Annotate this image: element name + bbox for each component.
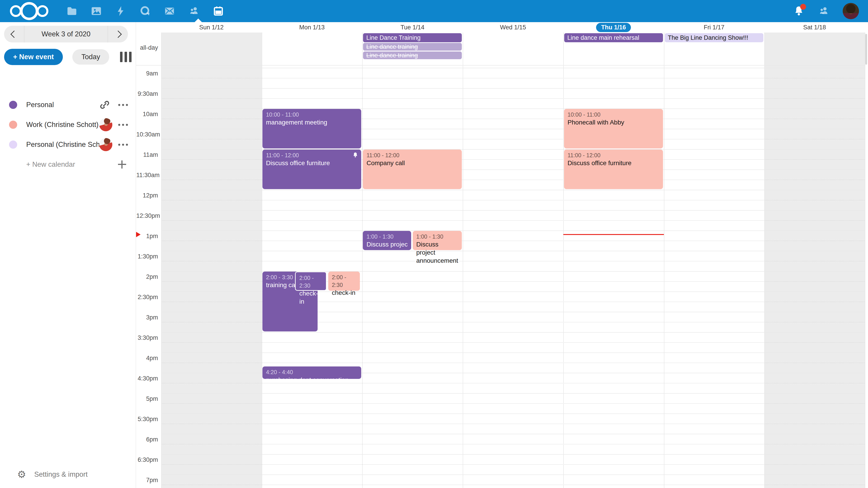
activity-icon[interactable] — [108, 0, 133, 22]
day-header[interactable]: Wed 1/15 — [463, 22, 563, 33]
allday-event[interactable]: Line dance training — [363, 52, 462, 59]
calendar-menu-icon[interactable] — [118, 124, 128, 126]
event-time: 11:00 - 12:00 — [366, 151, 458, 159]
day-header[interactable]: Tue 1/14 — [362, 22, 463, 33]
photos-icon[interactable] — [84, 0, 108, 22]
event-time: 2:00 - 2:30 — [299, 274, 322, 289]
event-title: check-in — [299, 289, 322, 306]
allday-event[interactable]: The Big Line Dancing Show!!! — [665, 33, 764, 42]
contacts-menu-icon[interactable] — [818, 5, 830, 17]
allday-event-title: Line dance training — [366, 43, 418, 51]
time-axis-label: 2:30pm — [136, 294, 158, 301]
calendar-event[interactable]: 11:00 - 12:00 Discuss office furniture — [262, 150, 362, 189]
day-header[interactable]: Mon 1/13 — [262, 22, 362, 33]
new-calendar-button[interactable]: + New calendar — [0, 155, 135, 174]
event-title: Discuss office furniture — [266, 159, 358, 167]
settings-import-button[interactable]: ⚙ Settings & import — [0, 465, 135, 484]
share-link-icon[interactable] — [99, 99, 111, 111]
shared-by-avatar — [99, 118, 112, 131]
scrollbar-thumb — [865, 34, 867, 65]
calendar-event[interactable]: 1:00 - 1:30 Discuss project announcement — [413, 231, 462, 250]
calendar-event[interactable]: 11:00 - 12:00 Discuss office furniture — [564, 150, 663, 189]
weekend-shade — [161, 33, 262, 488]
event-time: 10:00 - 11:00 — [266, 111, 358, 119]
time-axis-label: 7pm — [136, 477, 158, 484]
calendar-color-dot — [9, 101, 17, 109]
event-title: Company call — [366, 159, 458, 167]
active-app-pointer — [194, 19, 202, 22]
time-axis-label: 5:30pm — [136, 416, 158, 423]
calendar-name: Work (Christine Schott) — [26, 121, 99, 129]
sidebar: Week 3 of 2020 + New event Today Persona… — [0, 22, 136, 488]
user-avatar[interactable] — [843, 3, 859, 19]
time-axis-label: 6pm — [136, 436, 158, 443]
allday-event-title: Line dance training — [366, 52, 418, 59]
view-switcher-icon[interactable] — [120, 52, 131, 62]
calendar-event[interactable]: 10:00 - 11:00 Phonecall with Abby — [564, 109, 663, 149]
allday-label: all-day — [136, 44, 158, 51]
event-time: 10:00 - 11:00 — [567, 111, 659, 119]
calendar-list-item[interactable]: Personal — [0, 95, 135, 115]
event-title: management meeting — [266, 119, 358, 127]
calendar-menu-icon[interactable] — [118, 144, 128, 146]
contacts-icon[interactable] — [182, 0, 206, 22]
calendar-event[interactable]: 11:00 - 12:00 Company call — [363, 150, 462, 189]
time-axis-label: 3:30pm — [136, 334, 158, 341]
time-axis-label: 4:30pm — [136, 375, 158, 382]
files-icon[interactable] — [60, 0, 84, 22]
day-header[interactable]: Sun 1/12 — [161, 22, 262, 33]
allday-event[interactable]: Line dance training — [363, 43, 462, 51]
day-header[interactable]: Sat 1/18 — [764, 22, 865, 33]
day-header-label: Tue 1/14 — [401, 24, 425, 31]
allday-event[interactable]: Line Dance Training — [363, 33, 462, 42]
time-axis-label: 1:30pm — [136, 253, 158, 260]
day-header-label: Sun 1/12 — [199, 24, 223, 31]
top-navbar — [0, 0, 868, 22]
chevron-left-icon — [10, 31, 18, 38]
new-event-button[interactable]: + New event — [4, 49, 63, 65]
day-header-row: Sun 1/12Mon 1/13Tue 1/14Wed 1/15Thu 1/16… — [135, 22, 868, 33]
calendar-event[interactable]: 10:00 - 11:00 management meeting — [262, 109, 362, 149]
event-time: 11:00 - 12:00 — [567, 151, 659, 159]
event-title: Phonecall with Abby — [567, 119, 659, 127]
time-axis-label: 6:30pm — [136, 456, 158, 463]
event-title: purchasing dept conversation — [266, 376, 358, 379]
calendar-event[interactable]: 2:00 - 2:30 check-in — [295, 271, 327, 291]
today-button[interactable]: Today — [72, 49, 109, 65]
event-title: Discuss project announcement — [366, 240, 407, 249]
day-header[interactable]: Fri 1/17 — [664, 22, 765, 33]
calendar-event[interactable]: 2:00 - 2:30 check-in — [328, 271, 360, 291]
event-time: 1:00 - 1:30 — [366, 233, 407, 240]
next-week-button[interactable] — [107, 26, 128, 42]
allday-event-title: Line dance main rehearsal — [567, 34, 639, 41]
calendar-icon[interactable] — [206, 0, 230, 22]
time-axis-label: 2pm — [136, 273, 158, 281]
time-axis-label: 4pm — [136, 355, 158, 362]
event-title: Discuss office furniture — [567, 159, 659, 167]
calendar-color-dot — [9, 140, 17, 149]
calendar-list-item[interactable]: Work (Christine Schott) — [0, 115, 135, 135]
previous-week-button[interactable] — [4, 26, 24, 42]
current-time-line — [563, 234, 664, 235]
day-header-label: Fri 1/17 — [704, 24, 724, 31]
time-axis-label: 9am — [136, 70, 158, 77]
new-calendar-label: + New calendar — [26, 160, 118, 168]
week-title[interactable]: Week 3 of 2020 — [24, 30, 107, 38]
current-time-arrow-icon — [135, 232, 141, 237]
time-axis-label: 9:30am — [136, 90, 158, 97]
mail-icon[interactable] — [157, 0, 182, 22]
allday-event[interactable]: Line dance main rehearsal — [564, 33, 663, 42]
calendar-event[interactable]: 4:20 - 4:40 purchasing dept conversation — [262, 366, 362, 379]
time-axis-label: 10am — [136, 111, 158, 118]
time-axis-label: 3pm — [136, 314, 158, 321]
day-header[interactable]: Thu 1/16 — [563, 22, 664, 33]
talk-icon[interactable] — [133, 0, 157, 22]
event-title: Discuss project announcement — [416, 240, 458, 265]
calendar-list-item[interactable]: Personal (Christine Scho… — [0, 135, 135, 155]
calendar-event[interactable]: 1:00 - 1:30 Discuss project announcement — [363, 231, 411, 250]
nextcloud-logo-icon[interactable] — [10, 2, 49, 20]
calendar-menu-icon[interactable] — [118, 104, 128, 106]
notification-bell-icon[interactable] — [793, 5, 805, 17]
time-axis-label: 10:30am — [136, 131, 158, 138]
event-time: 2:00 - 2:30 — [332, 273, 356, 289]
